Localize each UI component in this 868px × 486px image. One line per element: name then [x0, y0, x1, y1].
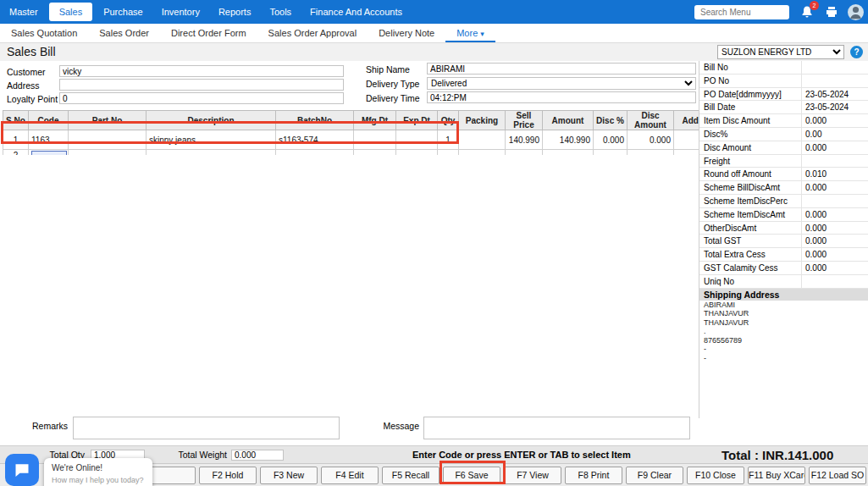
cell-mfg-dt[interactable]: [354, 130, 396, 150]
nav-item-finance[interactable]: Finance And Accounts: [301, 0, 412, 24]
summary-field-value[interactable]: [801, 275, 868, 288]
col-header-mfg-dt: Mfg Dt: [354, 111, 396, 130]
cell-packing[interactable]: [459, 130, 506, 150]
cell-addl-tax[interactable]: [674, 150, 699, 156]
user-avatar[interactable]: [848, 4, 864, 20]
cell-part-no[interactable]: [69, 130, 147, 150]
notification-bell-icon[interactable]: 2: [800, 5, 814, 19]
delivery-time-input[interactable]: [427, 91, 696, 103]
cell-qty[interactable]: 1: [438, 130, 459, 150]
message-textarea[interactable]: [423, 417, 690, 439]
summary-field-value[interactable]: 0.000: [801, 262, 868, 274]
cell-mfg-dt[interactable]: [354, 150, 396, 156]
cell-description[interactable]: [147, 150, 276, 156]
cell-amount[interactable]: [543, 150, 594, 156]
subnav-more[interactable]: More ▾: [445, 24, 495, 42]
summary-field-value[interactable]: 0.000: [801, 141, 868, 154]
fkey-f11-buy-xcare[interactable]: F11 Buy XCare: [748, 467, 805, 484]
summary-field-value[interactable]: 0.000: [801, 235, 868, 247]
company-select[interactable]: SUZLON ENERGY LTD: [717, 45, 844, 59]
fkey-f2-hold[interactable]: F2 Hold: [199, 467, 257, 484]
loyalty-point-input[interactable]: [59, 92, 344, 104]
summary-field-value[interactable]: 0.00: [801, 128, 868, 141]
nav-item-inventory[interactable]: Inventory: [152, 0, 209, 24]
summary-field-value[interactable]: [801, 195, 868, 207]
nav-item-purchase[interactable]: Purchase: [94, 0, 152, 24]
cell-exp-dt[interactable]: [396, 150, 438, 156]
fkey-f9-clear[interactable]: F9 Clear: [626, 467, 683, 484]
cell-disc-pct[interactable]: [594, 150, 628, 156]
summary-field-value[interactable]: [801, 61, 868, 74]
address-input[interactable]: [59, 79, 344, 91]
help-icon[interactable]: ?: [850, 46, 863, 58]
item-entry-hint: Enter Code or press ENTER or TAB to sele…: [412, 446, 631, 464]
fkey-f8-print[interactable]: F8 Print: [565, 467, 622, 484]
subnav-sales-order-approval[interactable]: Sales Order Approval: [257, 24, 368, 42]
subnav-delivery-note[interactable]: Delivery Note: [368, 24, 445, 42]
printer-icon[interactable]: [825, 5, 838, 19]
fkey-f7-view[interactable]: F7 View: [504, 467, 561, 484]
summary-field-label: Scheme ItemDiscAmt: [699, 208, 801, 221]
cell-description[interactable]: skinny jeans: [147, 130, 276, 150]
cell-addl-tax[interactable]: [674, 130, 699, 150]
chat-help-text: How may I help you today?: [52, 476, 145, 484]
customer-input[interactable]: [59, 65, 344, 77]
summary-field-value[interactable]: 0.010: [801, 168, 868, 180]
summary-field-value[interactable]: 23-05-2024: [801, 88, 868, 101]
cell-part-no[interactable]: [69, 150, 147, 156]
top-navigation-bar: Master Sales Purchase Inventory Reports …: [0, 0, 868, 24]
summary-field-value[interactable]: 0.000: [801, 181, 868, 194]
subnav-direct-order-form[interactable]: Direct Order Form: [160, 24, 257, 42]
search-input[interactable]: [694, 5, 789, 19]
fkey-f6-save[interactable]: F6 Save: [443, 467, 500, 484]
code-entry-input[interactable]: [31, 151, 67, 155]
fkey-f3-new[interactable]: F3 New: [260, 467, 318, 484]
cell-batchno[interactable]: s1163-574: [276, 130, 354, 150]
summary-field-label: Uniq No: [699, 275, 801, 288]
summary-field-label: PO Date[ddmmyyyy]: [699, 88, 801, 101]
subnav-more-label: More: [456, 28, 478, 38]
fkey-f4-edit[interactable]: F4 Edit: [321, 467, 379, 484]
cell-qty[interactable]: [438, 150, 459, 156]
ship-name-input[interactable]: [427, 63, 696, 75]
cell-code[interactable]: 1163: [29, 130, 69, 150]
remarks-textarea[interactable]: [73, 417, 340, 439]
summary-row: OtherDiscAmt0.000: [699, 222, 868, 235]
summary-field-value[interactable]: 0.000: [801, 114, 868, 127]
cell-batchno[interactable]: [276, 150, 354, 156]
cell-packing[interactable]: [459, 150, 506, 156]
cell-code[interactable]: [29, 150, 69, 156]
cell-amount[interactable]: 140.990: [543, 130, 594, 150]
total-weight-input[interactable]: [231, 450, 284, 461]
fkey-f10-close[interactable]: F10 Close: [687, 467, 744, 484]
nav-item-master[interactable]: Master: [0, 0, 47, 24]
cell-disc-amount[interactable]: [628, 150, 674, 156]
summary-field-value[interactable]: 0.000: [801, 208, 868, 221]
nav-item-reports[interactable]: Reports: [209, 0, 261, 24]
cell-exp-dt[interactable]: [396, 130, 438, 150]
cell-disc-pct[interactable]: 0.000: [594, 130, 628, 150]
summary-field-value[interactable]: 23-05-2024: [801, 101, 868, 113]
summary-field-value[interactable]: 0.000: [801, 222, 868, 235]
fkey-f12-load-so[interactable]: F12 Load SO: [809, 467, 866, 484]
cell-sell-price[interactable]: 140.990: [506, 130, 543, 150]
subnav-sales-quotation[interactable]: Sales Quotation: [0, 24, 88, 42]
cell-sno[interactable]: 2: [3, 150, 29, 156]
fkey-f5-recall[interactable]: F5 Recall: [382, 467, 440, 484]
summary-field-value[interactable]: [801, 155, 868, 168]
summary-field-value[interactable]: 0.000: [801, 248, 868, 261]
delivery-type-select[interactable]: Delivered: [427, 77, 696, 90]
shipping-address-line: ABIRAMI: [699, 301, 868, 310]
subnav-sales-order[interactable]: Sales Order: [88, 24, 160, 42]
chat-launcher-button[interactable]: [5, 454, 39, 486]
cell-sell-price[interactable]: [506, 150, 543, 156]
cell-disc-amount[interactable]: 0.000: [628, 130, 674, 150]
summary-row: Disc%0.00: [699, 128, 868, 141]
cell-sno[interactable]: 1: [3, 130, 29, 150]
summary-field-value[interactable]: [801, 75, 868, 87]
page-header: Sales Bill SUZLON ENERGY LTD ?: [0, 43, 868, 61]
nav-item-sales[interactable]: Sales: [49, 3, 93, 21]
summary-field-label: Scheme ItemDiscPerc: [699, 195, 801, 207]
nav-item-tools[interactable]: Tools: [260, 0, 301, 24]
chat-popup[interactable]: We're Online! How may I help you today?: [44, 458, 152, 486]
